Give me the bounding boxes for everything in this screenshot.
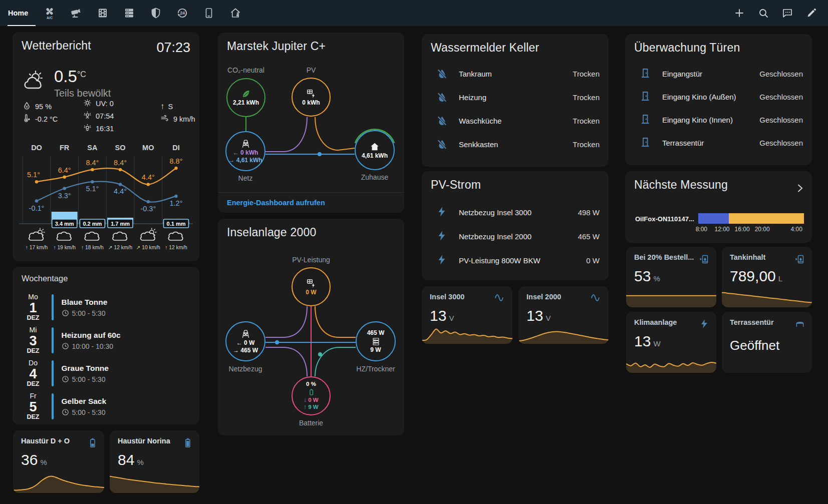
card-terrassentuer[interactable]: Terrassentür Geöffnet: [722, 312, 812, 373]
sensor-title: Tankinhalt: [730, 253, 765, 261]
wind-icon: [160, 114, 170, 125]
battery-in: ↓ 0 W: [304, 397, 318, 404]
grid-out-value: → 465 W: [233, 347, 258, 354]
sunset-value: 16:31: [96, 125, 114, 133]
card-klimaanlage[interactable]: Klimaanlage 13W: [626, 312, 716, 373]
ha-dashboard: Home A/C 24 Wetterbericht 07:23 0.5°C Te…: [0, 0, 828, 504]
svg-text:3.4 mm: 3.4 mm: [55, 221, 74, 227]
card-weather[interactable]: Wetterbericht 07:23 0.5°C Teils bewölkt …: [13, 32, 199, 261]
measurement-timeline-bar[interactable]: [698, 213, 804, 224]
svg-text:8.8°: 8.8°: [170, 157, 183, 165]
oil-level-icon: [793, 253, 805, 267]
sensor-value: 13W: [634, 333, 661, 350]
schedule-list: Mo1DEZ Blaue Tonne 5:00 - 5:30 Mi3DEZ He…: [22, 291, 190, 423]
clock-icon: [62, 375, 69, 383]
node-label: CO₂-neutral: [218, 66, 276, 74]
event-color-bar: [52, 327, 54, 353]
sensor-row[interactable]: WaschkücheTrocken: [431, 109, 600, 133]
energy-dashboard-link[interactable]: Energie-Dashboard aufrufen: [227, 199, 325, 207]
tab-ac-icon[interactable]: A/C: [36, 0, 63, 26]
energy-node-co2[interactable]: 2,21 kWh: [226, 78, 265, 117]
sensor-row[interactable]: Netzbezug Insel 3000498 W: [431, 200, 600, 224]
svg-text:↑ 18 km/h: ↑ 18 km/h: [81, 245, 104, 250]
svg-text:4.4°: 4.4°: [142, 173, 155, 181]
clock-icon: [62, 342, 69, 350]
sensor-row[interactable]: PV-Leistung 800W BKW0 W: [431, 248, 600, 272]
edit-icon[interactable]: [805, 7, 817, 19]
energy-node-grid[interactable]: ← 0 kWh → 4,61 kWh: [225, 131, 265, 171]
sensor-row[interactable]: HeizungTrocken: [431, 86, 600, 109]
svg-text:FR: FR: [60, 144, 70, 152]
tab-home[interactable]: Home: [0, 0, 36, 26]
wind-bearing: S: [168, 103, 173, 111]
weather-attrs-mid: UV: 0 07:54 16:31: [83, 97, 114, 135]
energy-node-pv[interactable]: 0 W: [292, 267, 331, 306]
tab-camera-icon[interactable]: [63, 0, 89, 26]
door-row[interactable]: EingangstürGeschlossen: [634, 62, 803, 85]
flash-icon: [436, 230, 449, 243]
energy-node-battery[interactable]: 0 % ↓ 0 W ↑ 9 W: [292, 376, 331, 415]
water-off-icon: [436, 68, 449, 81]
card-title: Überwachung Türen: [634, 41, 740, 55]
card-tankinhalt[interactable]: Tankinhalt 789,00L: [722, 247, 812, 307]
tab-film-icon[interactable]: [89, 0, 116, 26]
tab-shield-icon[interactable]: [142, 0, 169, 26]
card-marstek-energy: Marstek Jupiter C+ CO₂-neutral PV Netz Z…: [218, 33, 404, 213]
card-wochentage: Wochentage Mo1DEZ Blaue Tonne 5:00 - 5:3…: [13, 267, 199, 424]
tab-home-thermo-icon[interactable]: [222, 0, 248, 26]
energy-node-grid[interactable]: ← 0 W → 465 W: [225, 321, 265, 361]
sensor-value: 53%: [634, 268, 660, 285]
sensor-row[interactable]: TankraumTrocken: [431, 62, 600, 86]
schedule-row[interactable]: Do4DEZ Graue Tonne 5:00 - 5:30: [22, 357, 190, 390]
topbar-actions: [733, 0, 817, 26]
clock-icon: [62, 408, 69, 416]
card-haustuer-do[interactable]: Haustür D + O 36%: [13, 430, 104, 493]
schedule-row[interactable]: Mo1DEZ Blaue Tonne 5:00 - 5:30: [22, 291, 190, 324]
svg-text:0.2 mm: 0.2 mm: [83, 221, 102, 227]
view-tabs: A/C 24: [36, 0, 248, 26]
history-sparkline: [518, 323, 609, 344]
sensor-title: Terrassentür: [730, 318, 774, 326]
door-row[interactable]: TerrassentürGeschlossen: [634, 131, 803, 154]
tab-server-icon[interactable]: [116, 0, 142, 26]
add-icon[interactable]: [733, 7, 745, 19]
sine-wave-icon: [590, 293, 602, 305]
card-insel3000[interactable]: Insel 3000 13V: [422, 286, 512, 344]
timeline-segment-active: [698, 213, 729, 224]
sensor-row[interactable]: Netzbezug Insel 2000465 W: [431, 224, 600, 248]
tab-tablet-icon[interactable]: [195, 0, 222, 26]
svg-text:-0.1°: -0.1°: [29, 204, 45, 212]
event-color-bar: [52, 393, 54, 419]
energy-node-load[interactable]: 465 W 9 W: [356, 321, 396, 361]
node-value: 0 kWh: [302, 99, 320, 106]
sensor-row[interactable]: SenkkastenTrocken: [431, 133, 600, 156]
door-row[interactable]: Eingang Kino (Außen)Geschlossen: [634, 85, 803, 108]
feels-like-icon: [22, 114, 32, 125]
door-row[interactable]: Eingang Kino (Innen)Geschlossen: [634, 108, 803, 131]
clock-icon: [62, 309, 69, 317]
tab-clock24-icon[interactable]: 24: [169, 0, 195, 26]
weather-attrs-right: ↑S 9 km/h: [160, 100, 195, 125]
sunset-icon: [83, 123, 92, 134]
card-title: Nächste Messung: [634, 178, 728, 192]
door-icon: [639, 113, 652, 126]
card-haustuer-norina[interactable]: Haustür Norina 84%: [110, 430, 199, 493]
svg-text:5.1°: 5.1°: [86, 185, 99, 193]
energy-node-pv[interactable]: 0 kWh: [292, 78, 331, 117]
energy-node-home[interactable]: 4,61 kWh: [355, 130, 395, 170]
event-color-bar: [52, 360, 54, 386]
battery-soc: 0 %: [306, 381, 316, 388]
sensor-value: 84%: [118, 451, 144, 468]
event-name: Gelber Sack: [62, 397, 107, 406]
schedule-date: Fr5DEZ: [22, 392, 45, 420]
search-icon[interactable]: [757, 7, 769, 19]
schedule-row[interactable]: Fr5DEZ Gelber Sack 5:00 - 5:30: [22, 390, 190, 423]
card-insel2000[interactable]: Insel 2000 13V: [518, 286, 609, 344]
schedule-row[interactable]: Mi3DEZ Heizung auf 60c 10:00 - 10:30: [22, 324, 190, 357]
card-bestellung[interactable]: Bei 20% Bestell... 53%: [626, 247, 716, 307]
water-off-icon: [436, 138, 449, 151]
assist-chat-icon[interactable]: [781, 7, 793, 19]
svg-text:DO: DO: [31, 144, 42, 152]
node-label: PV-Leistung: [281, 256, 341, 264]
chevron-right-icon[interactable]: [794, 182, 806, 196]
